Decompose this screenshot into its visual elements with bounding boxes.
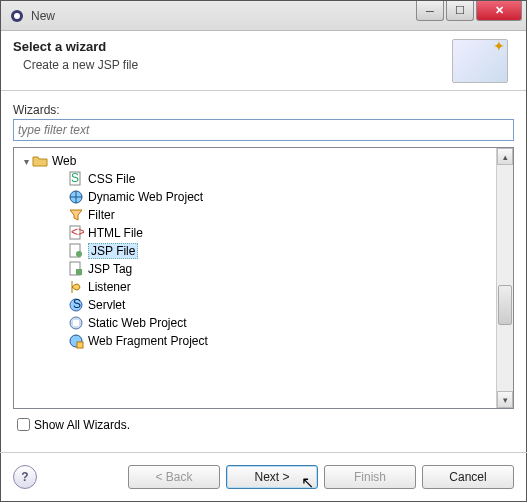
jsp-file-icon <box>68 243 84 259</box>
expand-icon[interactable]: ▾ <box>20 156 32 167</box>
wizard-tree[interactable]: ▾WebSCSS FileDynamic Web ProjectFilter<>… <box>14 148 513 408</box>
show-all-row: Show All Wizards. <box>13 415 514 434</box>
svg-rect-16 <box>77 342 83 348</box>
minimize-button[interactable]: ─ <box>416 1 444 21</box>
tree-item-label: Servlet <box>88 298 125 312</box>
help-button[interactable]: ? <box>13 465 37 489</box>
window-title: New <box>31 9 416 23</box>
banner: Select a wizard Create a new JSP file <box>1 31 526 91</box>
maximize-button[interactable]: ☐ <box>446 1 474 21</box>
tree-item-label: Static Web Project <box>88 316 186 330</box>
tree-item-label: CSS File <box>88 172 135 186</box>
banner-heading: Select a wizard <box>13 39 452 54</box>
svg-point-1 <box>14 13 20 19</box>
static-web-icon <box>68 315 84 331</box>
tree-item-label: Listener <box>88 280 131 294</box>
tree-item-label: JSP Tag <box>88 262 132 276</box>
svg-text:<>: <> <box>71 225 84 239</box>
tree-item[interactable]: Static Web Project <box>14 314 513 332</box>
folder-icon <box>32 153 48 169</box>
tree-item-label: HTML File <box>88 226 143 240</box>
wizards-label: Wizards: <box>13 103 514 117</box>
css-file-icon: S <box>68 171 84 187</box>
back-button[interactable]: < Back <box>128 465 220 489</box>
html-file-icon: <> <box>68 225 84 241</box>
cancel-button[interactable]: Cancel <box>422 465 514 489</box>
close-button[interactable]: ✕ <box>476 1 522 21</box>
dialog-window: New ─ ☐ ✕ Select a wizard Create a new J… <box>0 0 527 502</box>
show-all-checkbox[interactable] <box>17 418 30 431</box>
svg-text:S: S <box>71 171 79 185</box>
svg-rect-14 <box>73 320 79 326</box>
next-button[interactable]: Next > <box>226 465 318 489</box>
tree-item[interactable]: Listener <box>14 278 513 296</box>
app-icon <box>9 8 25 24</box>
tree-item-label: Web Fragment Project <box>88 334 208 348</box>
svg-text:S: S <box>73 297 81 311</box>
tree-item[interactable]: JSP Tag <box>14 260 513 278</box>
tree-item[interactable]: Dynamic Web Project <box>14 188 513 206</box>
titlebar[interactable]: New ─ ☐ ✕ <box>1 1 526 31</box>
filter-icon <box>68 207 84 223</box>
window-buttons: ─ ☐ ✕ <box>416 1 526 30</box>
tree-item[interactable]: Web Fragment Project <box>14 332 513 350</box>
tree-item-label: JSP File <box>88 243 138 259</box>
finish-button[interactable]: Finish <box>324 465 416 489</box>
servlet-icon: S <box>68 297 84 313</box>
banner-subtitle: Create a new JSP file <box>13 58 452 72</box>
web-fragment-icon <box>68 333 84 349</box>
tree-parent-label: Web <box>52 154 76 168</box>
scroll-track[interactable] <box>497 165 513 391</box>
tree-item[interactable]: Filter <box>14 206 513 224</box>
scrollbar[interactable]: ▴ ▾ <box>496 148 513 408</box>
wizard-icon <box>452 39 508 83</box>
tree-container: ▾WebSCSS FileDynamic Web ProjectFilter<>… <box>13 147 514 409</box>
listener-icon <box>68 279 84 295</box>
jsp-tag-icon <box>68 261 84 277</box>
filter-input[interactable] <box>13 119 514 141</box>
separator <box>0 452 527 453</box>
scroll-down-icon[interactable]: ▾ <box>497 391 513 408</box>
tree-item[interactable]: SCSS File <box>14 170 513 188</box>
tree-item[interactable]: <>HTML File <box>14 224 513 242</box>
dyn-web-icon <box>68 189 84 205</box>
tree-item-label: Filter <box>88 208 115 222</box>
tree-item[interactable]: JSP File <box>14 242 513 260</box>
button-bar: ? < Back Next > Finish Cancel <box>1 461 526 501</box>
tree-parent-web[interactable]: ▾Web <box>14 152 513 170</box>
show-all-label[interactable]: Show All Wizards. <box>34 418 130 432</box>
tree-item-label: Dynamic Web Project <box>88 190 203 204</box>
tree-item[interactable]: SServlet <box>14 296 513 314</box>
scroll-thumb[interactable] <box>498 285 512 325</box>
svg-point-8 <box>76 251 82 257</box>
scroll-up-icon[interactable]: ▴ <box>497 148 513 165</box>
svg-rect-10 <box>76 269 82 275</box>
